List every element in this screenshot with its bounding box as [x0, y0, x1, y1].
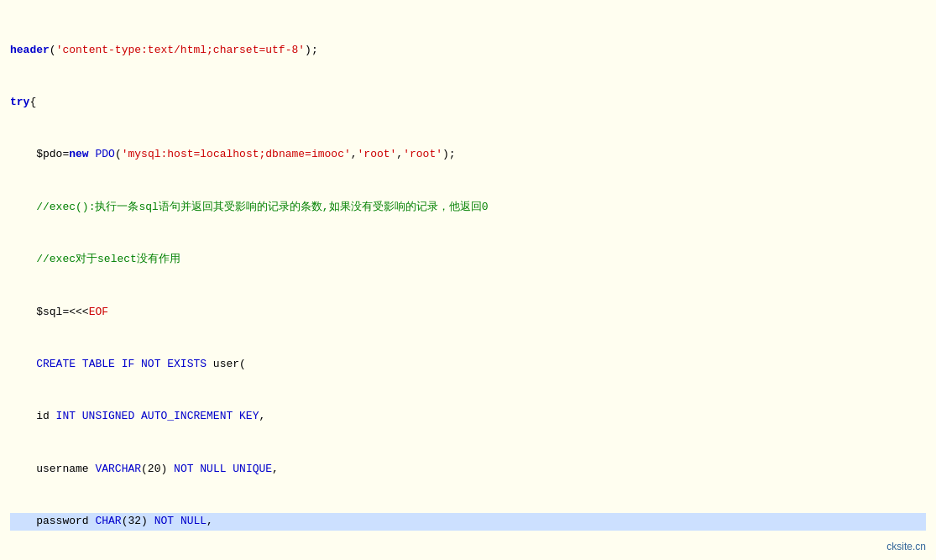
footer-brand: cksite.cn: [886, 539, 926, 555]
line-2: try{: [10, 94, 926, 112]
line-8: id INT UNSIGNED AUTO_INCREMENT KEY,: [10, 408, 926, 426]
line-7: CREATE TABLE IF NOT EXISTS user(: [10, 356, 926, 374]
line-5: //exec对于select没有作用: [10, 251, 926, 269]
line-6: $sql=<<<EOF: [10, 304, 926, 322]
line-1: header('content-type:text/html;charset=u…: [10, 42, 926, 60]
line-4: //exec():执行一条sql语句并返回其受影响的记录的条数,如果没有受影响的…: [10, 199, 926, 217]
line-10: password CHAR(32) NOT NULL,: [10, 513, 926, 531]
line-3: $pdo=new PDO('mysql:host=localhost;dbnam…: [10, 146, 926, 164]
line-9: username VARCHAR(20) NOT NULL UNIQUE,: [10, 461, 926, 479]
code-editor: header('content-type:text/html;charset=u…: [10, 7, 926, 560]
